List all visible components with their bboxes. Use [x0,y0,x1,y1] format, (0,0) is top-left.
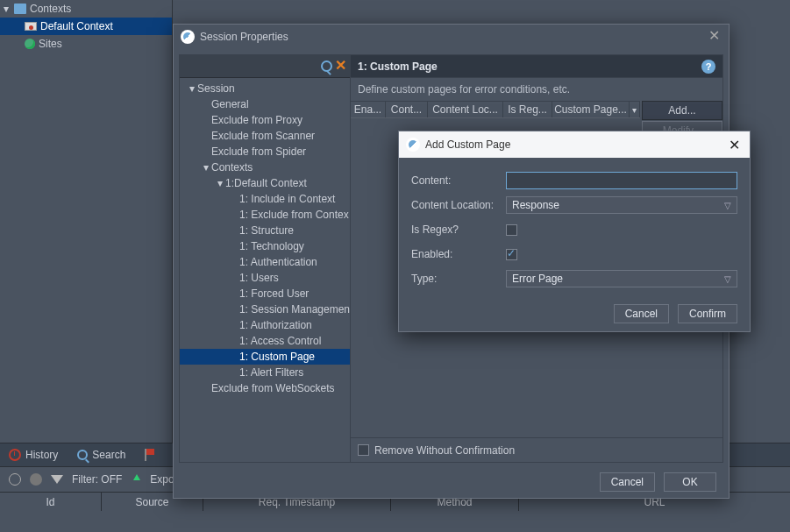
content-label: Content: [411,174,506,187]
gh-type[interactable]: Custom Page... [552,102,630,117]
sp-tree-item[interactable]: 1: Custom Page [180,349,350,365]
tree-row-default-context[interactable]: Default Context [0,18,172,35]
cancel-button[interactable]: Cancel [614,304,669,323]
sp-tree-label: 1: Custom Page [239,351,315,363]
sp-tree-label: 1: Forced User [239,287,309,300]
remove-without-confirmation-checkbox[interactable] [358,444,369,456]
sp-tree-label: 1: Session Managemen [239,303,350,316]
sp-tree-label: Session [197,82,235,95]
content-location-value: Response [512,199,559,211]
remove-without-confirmation-row: Remove Without Confirmation [351,437,722,462]
globe-icon[interactable] [30,473,42,486]
folder-icon [14,4,26,14]
grid-overflow-icon[interactable]: ▾ [630,102,640,117]
sp-tree-item[interactable]: Exclude from Spider [180,144,350,160]
sp-search-input[interactable] [183,58,318,75]
sp-tree-label: Exclude from Spider [211,145,306,158]
tab-history[interactable]: History [9,449,58,461]
sp-tree: ▾SessionGeneralExclude from ProxyExclude… [180,78,350,462]
remove-without-confirmation-label: Remove Without Confirmation [374,444,515,457]
type-select[interactable]: Error Page ▽ [506,270,737,287]
zap-icon [406,138,420,152]
acp-footer: Cancel Confirm [399,296,750,331]
confirm-button[interactable]: Confirm [678,304,737,323]
dialog-title: Session Properties [200,31,288,43]
type-value: Error Page [512,273,563,285]
sp-tree-item[interactable]: 1: Structure [180,223,350,238]
tree-row-contexts[interactable]: ▾ Contexts [0,0,172,18]
target-icon[interactable] [9,473,21,486]
sp-tree-item[interactable]: 1: Technology [180,238,350,254]
sp-tree-label: Exclude from Scanner [211,130,315,142]
close-icon[interactable]: ✕ [725,137,743,153]
content-location-label: Content Location: [411,199,506,211]
sp-tree-label: General [211,98,249,110]
sp-tree-item[interactable]: Exclude from Scanner [180,128,350,144]
sp-tree-item[interactable]: 1: Include in Context [180,191,350,207]
sp-tree-item[interactable]: ▾Contexts [180,160,350,175]
sp-tree-item[interactable]: ▾Session [180,81,350,96]
gh-isregex[interactable]: Is Reg... [503,102,552,117]
sp-tree-item[interactable]: 1: Authorization [180,317,350,333]
sp-tree-label: Contexts [211,161,253,174]
tree-label: Sites [39,38,62,50]
chevron-down-icon: ▽ [724,201,731,210]
tab-alerts[interactable] [145,449,155,461]
isregex-checkbox[interactable] [506,224,517,236]
sp-tree-item[interactable]: 1: Exclude from Contex [180,207,350,223]
sp-tree-item[interactable]: General [180,96,350,112]
cancel-button[interactable]: Cancel [600,472,655,492]
acp-title-text: Add Custom Page [425,138,510,151]
add-button[interactable]: Add... [642,101,722,120]
gh-content[interactable]: Cont... [386,102,428,117]
sp-tree-item[interactable]: 1: Access Control [180,333,350,349]
caret-down-icon: ▾ [215,177,225,189]
export-arrow-icon[interactable] [131,474,141,485]
sp-tree-item[interactable]: 1: Session Managemen [180,301,350,317]
add-custom-page-dialog: Add Custom Page ✕ Content: Content Locat… [398,131,751,332]
sp-tree-item[interactable]: Exclude from Proxy [180,112,350,128]
gh-location[interactable]: Content Loc... [428,102,503,117]
sp-page-desc: Define custom pages for error conditions… [351,78,722,101]
caret-down-icon: ▾ [201,161,211,174]
enabled-checkbox[interactable] [506,249,517,260]
sp-tree-label: 1: Authorization [239,319,312,331]
gh-enabled[interactable]: Ena... [351,102,386,117]
th-id[interactable]: Id [0,493,102,511]
sp-tree-item[interactable]: Exclude from WebSockets [180,380,350,396]
funnel-icon[interactable] [51,475,63,484]
help-icon[interactable]: ? [701,60,715,74]
sp-tree-label: 1:Default Context [225,177,307,189]
flag-icon [145,449,155,461]
type-label: Type: [411,273,506,285]
zap-icon [181,30,195,44]
sp-tree-item[interactable]: 1: Alert Filters [180,365,350,380]
tree-row-sites[interactable]: Sites [0,35,172,53]
acp-titlebar[interactable]: Add Custom Page ✕ [399,131,750,158]
close-icon[interactable]: ✕ [706,29,722,45]
sp-tree-item[interactable]: 1: Forced User [180,286,350,301]
caret-down-icon: ▾ [187,82,197,95]
context-flag-icon [25,22,37,31]
sp-tree-item[interactable]: 1: Authentication [180,254,350,270]
sp-tree-item[interactable]: ▾1:Default Context [180,175,350,191]
search-icon [77,450,88,460]
filter-label[interactable]: Filter: OFF [72,473,122,486]
content-location-select[interactable]: Response ▽ [506,196,737,214]
sp-left-panel: ✕ ▾SessionGeneralExclude from ProxyExclu… [179,54,351,463]
dialog-titlebar[interactable]: Session Properties ✕ [174,25,729,49]
tab-search[interactable]: Search [77,449,125,461]
tree-label: Contexts [30,3,71,15]
sp-tree-label: 1: Alert Filters [239,366,303,379]
sp-tree-item[interactable]: 1: Users [180,270,350,286]
caret-down-icon: ▾ [2,3,11,15]
clock-icon [9,449,21,461]
content-input[interactable] [506,172,737,189]
sp-tree-label: 1: Include in Context [239,193,335,205]
sp-page-title: 1: Custom Page [358,60,438,73]
clear-icon[interactable]: ✕ [335,60,346,74]
search-icon[interactable] [320,60,331,74]
sp-tree-label: 1: Users [239,272,279,284]
chevron-down-icon: ▽ [724,274,731,284]
ok-button[interactable]: OK [664,472,716,492]
